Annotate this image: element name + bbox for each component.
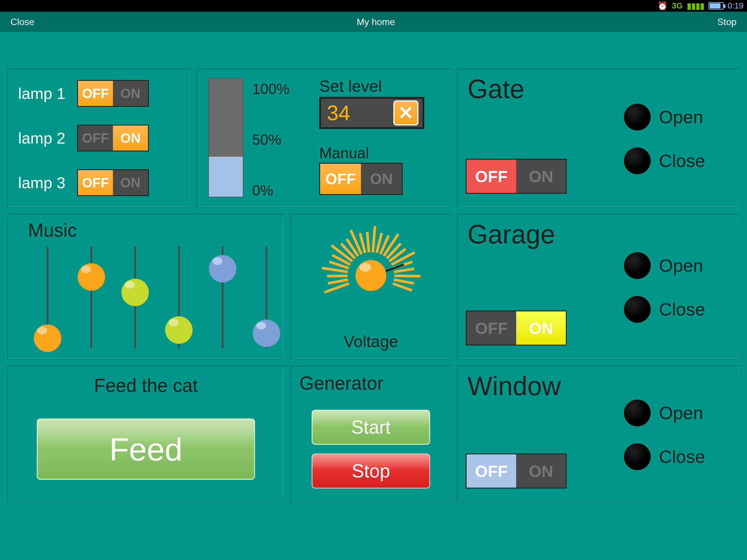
battery-icon	[709, 2, 724, 10]
window-open-label: Open	[659, 402, 703, 423]
set-level-label: Set level	[319, 76, 382, 96]
panel-music: Music	[7, 213, 285, 359]
lamp-1-label: lamp 1	[18, 84, 66, 102]
gate-open-led	[624, 104, 651, 130]
garage-toggle[interactable]: OFFON	[466, 310, 567, 346]
lamp-2-on[interactable]: ON	[113, 126, 148, 151]
window-on[interactable]: ON	[516, 454, 566, 488]
svg-line-22	[394, 280, 414, 283]
set-level-value: 34	[327, 101, 350, 125]
lamp-3-label: lamp 3	[18, 174, 66, 192]
lamp-2-label: lamp 2	[18, 129, 66, 147]
generator-title: Generator	[300, 372, 383, 394]
panel-voltage: Voltage	[291, 213, 451, 359]
music-slider-1-knob[interactable]	[34, 325, 61, 352]
music-slider-3-knob[interactable]	[121, 279, 149, 306]
gate-open-label: Open	[659, 106, 703, 127]
garage-open-label: Open	[659, 255, 703, 276]
app-title-bar: Close My home Stop	[0, 12, 747, 32]
lamp-1-toggle[interactable]: OFF ON	[77, 80, 149, 107]
voltage-title: Voltage	[291, 332, 450, 351]
generator-stop-button[interactable]: Stop	[312, 454, 430, 488]
lamp-1-off[interactable]: OFF	[78, 81, 113, 106]
gate-close-label: Close	[659, 150, 705, 171]
lamp-3-on[interactable]: ON	[113, 170, 148, 195]
manual-label: Manual	[319, 144, 369, 162]
gate-on[interactable]: ON	[516, 160, 566, 193]
garage-off[interactable]: OFF	[467, 311, 516, 345]
generator-start-button[interactable]: Start	[312, 410, 430, 445]
garage-close-label: Close	[659, 299, 705, 320]
feed-button-label: Feed	[109, 431, 183, 468]
panel-feed: Feed the cat Feed	[7, 365, 285, 503]
gate-title: Gate	[467, 74, 524, 104]
page-title: My home	[357, 17, 395, 27]
music-slider-2-knob[interactable]	[78, 263, 105, 291]
set-level-box: 34 ✕	[319, 97, 424, 129]
svg-line-11	[367, 232, 369, 252]
music-slider-4-knob[interactable]	[165, 316, 192, 344]
level-tick-0: 0%	[252, 182, 273, 199]
lamp-2-toggle[interactable]: OFF ON	[77, 125, 149, 151]
garage-open-led	[624, 252, 651, 279]
svg-line-2	[327, 276, 347, 276]
level-bar[interactable]	[208, 78, 243, 197]
level-bar-fill	[209, 157, 243, 197]
window-title: Window	[467, 371, 561, 401]
panel-window: WindowOFFONOpenClose	[457, 365, 740, 503]
window-close-led	[624, 443, 651, 470]
svg-line-21	[394, 276, 420, 276]
gate-close-led	[624, 147, 651, 174]
garage-close-led	[624, 296, 651, 323]
window-toggle[interactable]: OFFON	[466, 454, 567, 488]
panel-level: 100% 50% 0% Set level 34 ✕ Manual OFF ON	[196, 68, 451, 208]
alarm-icon: ⏰	[658, 1, 668, 11]
panel-generator: Generator Start Stop	[291, 365, 451, 503]
close-button[interactable]: Close	[10, 17, 34, 27]
music-slider-6-knob[interactable]	[253, 320, 280, 347]
window-close-label: Close	[659, 446, 705, 467]
svg-line-0	[324, 283, 349, 292]
music-slider-5-knob[interactable]	[209, 255, 236, 282]
close-icon: ✕	[398, 102, 414, 124]
level-tick-100: 100%	[252, 80, 289, 98]
garage-on[interactable]: ON	[516, 311, 566, 345]
gauge-knob	[355, 260, 386, 291]
clock: 0:19	[728, 1, 744, 10]
window-off[interactable]: OFF	[467, 454, 516, 488]
svg-line-16	[387, 244, 401, 258]
svg-line-23	[393, 283, 412, 290]
music-slider-2-track[interactable]	[91, 246, 92, 349]
feed-button[interactable]: Feed	[37, 418, 255, 480]
gate-off[interactable]: OFF	[467, 160, 516, 193]
music-title: Music	[28, 220, 77, 241]
set-level-clear-button[interactable]: ✕	[393, 100, 418, 126]
signal-icon: ▮▮▮▮	[687, 1, 704, 11]
svg-line-7	[341, 244, 355, 258]
manual-toggle[interactable]: OFF ON	[319, 163, 403, 195]
manual-on[interactable]: ON	[361, 164, 402, 194]
panel-lamps: lamp 1 OFF ON lamp 2 OFF ON lamp 3 OFF O…	[7, 68, 191, 208]
svg-line-12	[373, 226, 375, 252]
feed-title: Feed the cat	[7, 375, 284, 396]
lamp-1-on[interactable]: ON	[113, 81, 148, 106]
lamp-2-off[interactable]: OFF	[78, 126, 113, 151]
garage-title: Garage	[467, 220, 555, 250]
lamp-3-off[interactable]: OFF	[78, 170, 113, 195]
lamp-3-toggle[interactable]: OFF ON	[77, 169, 149, 196]
gate-toggle[interactable]: OFFON	[466, 159, 567, 194]
manual-off[interactable]: OFF	[320, 164, 361, 194]
generator-start-label: Start	[351, 416, 390, 438]
android-status-bar: ⏰ 3G ▮▮▮▮ 0:19	[0, 0, 747, 12]
panel-garage: GarageOFFONOpenClose	[457, 213, 740, 359]
svg-line-1	[328, 280, 348, 283]
generator-stop-label: Stop	[352, 460, 390, 482]
network-indicator: 3G	[672, 1, 682, 10]
panel-gate: GateOFFONOpenClose	[457, 68, 740, 208]
svg-line-20	[394, 269, 414, 272]
level-tick-50: 50%	[252, 131, 281, 148]
stop-button[interactable]: Stop	[717, 17, 737, 27]
window-open-led	[624, 400, 651, 426]
svg-line-3	[322, 268, 348, 272]
